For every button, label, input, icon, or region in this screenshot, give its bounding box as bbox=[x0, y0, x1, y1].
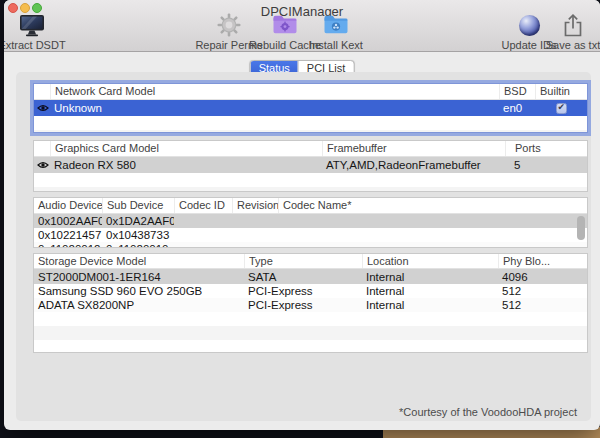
network-empty-row bbox=[34, 116, 587, 130]
location-cell: Internal bbox=[362, 299, 498, 311]
share-export-icon bbox=[562, 13, 584, 37]
network-empty-stripe bbox=[34, 130, 587, 133]
storage-model-cell: ST2000DM001-1ER164 bbox=[34, 271, 244, 283]
storage-row-2[interactable]: Samsung SSD 960 EVO 250GB PCI-Express In… bbox=[34, 284, 587, 298]
codec-id-header[interactable]: Codec ID bbox=[174, 198, 232, 213]
type-cell: SATA bbox=[244, 271, 362, 283]
install-kext-label: Install Kext bbox=[309, 39, 363, 51]
graphics-row-radeon[interactable]: Radeon RX 580 ATY,AMD,RadeonFramebuffer … bbox=[34, 157, 587, 173]
audio-row-1[interactable]: 0x1002AAF0 0x1DA2AAF0 bbox=[34, 214, 587, 228]
codec-name-header[interactable]: Codec Name* bbox=[278, 198, 587, 213]
sub-device-header[interactable]: Sub Device bbox=[102, 198, 174, 213]
eye-icon bbox=[34, 104, 50, 112]
storage-empty-row bbox=[34, 312, 587, 326]
window-chrome: DPCIManager Extract DSDT bbox=[4, 0, 600, 52]
folder-kext-icon bbox=[323, 13, 349, 37]
storage-model-header[interactable]: Storage Device Model bbox=[34, 254, 244, 268]
dpcimanager-window: DPCIManager Extract DSDT bbox=[4, 0, 600, 430]
graphics-table: Graphics Card Model Framebuffer Ports Ra… bbox=[33, 140, 588, 192]
revision-header[interactable]: Revision bbox=[232, 198, 278, 213]
display-icon bbox=[19, 13, 45, 37]
eye-column-header bbox=[34, 141, 50, 156]
graphics-ports-cell: 5 bbox=[505, 159, 587, 171]
network-model-header[interactable]: Network Card Model bbox=[50, 84, 499, 99]
storage-empty-row bbox=[34, 326, 587, 340]
builtin-checkbox[interactable] bbox=[556, 103, 567, 114]
audio-device-cell: 0x10221457 bbox=[34, 229, 102, 241]
save-as-txt-button[interactable]: Save as txt bbox=[528, 13, 600, 51]
extract-dsdt-label: Extract DSDT bbox=[4, 39, 66, 51]
storage-row-3[interactable]: ADATA SX8200NP PCI-Express Internal 512 bbox=[34, 298, 587, 312]
audio-row-2[interactable]: 0x10221457 0x10438733 bbox=[34, 228, 587, 242]
framebuffer-header[interactable]: Framebuffer bbox=[322, 141, 505, 156]
storage-model-cell: Samsung SSD 960 EVO 250GB bbox=[34, 285, 244, 297]
network-model-cell: Unknown bbox=[50, 102, 499, 114]
eye-icon bbox=[34, 161, 50, 169]
network-table: Network Card Model BSD Builtin Unknown e… bbox=[33, 83, 588, 133]
eye-column-header bbox=[34, 84, 50, 99]
audio-table-header: Audio Device Sub Device Codec ID Revisio… bbox=[34, 198, 587, 214]
type-cell: PCI-Express bbox=[244, 285, 362, 297]
storage-model-cell: ADATA SX8200NP bbox=[34, 299, 244, 311]
gear-icon bbox=[217, 13, 241, 37]
audio-device-cell: 0x11020012 bbox=[34, 243, 102, 248]
save-as-txt-label: Save as txt bbox=[546, 39, 600, 51]
network-builtin-cell bbox=[535, 103, 587, 114]
ports-header[interactable]: Ports bbox=[505, 141, 587, 156]
phy-block-header[interactable]: Phy Blo... bbox=[498, 254, 587, 268]
storage-table: Storage Device Model Type Location Phy B… bbox=[33, 253, 588, 353]
phy-block-cell: 512 bbox=[498, 299, 587, 311]
type-header[interactable]: Type bbox=[244, 254, 362, 268]
audio-row-3-clipped[interactable]: 0x11020012 0x11020010 bbox=[34, 242, 587, 248]
audio-scrollbar-thumb[interactable] bbox=[577, 216, 585, 240]
graphics-model-header[interactable]: Graphics Card Model bbox=[50, 141, 322, 156]
voodoohda-credit-note: *Courtesy of the VoodooHDA project bbox=[399, 406, 577, 418]
audio-device-cell: 0x1002AAF0 bbox=[34, 215, 102, 227]
location-cell: Internal bbox=[362, 271, 498, 283]
bsd-header[interactable]: BSD bbox=[499, 84, 535, 99]
audio-scrollbar bbox=[577, 216, 585, 246]
install-kext-button[interactable]: Install Kext bbox=[291, 13, 381, 51]
location-header[interactable]: Location bbox=[362, 254, 498, 268]
type-cell: PCI-Express bbox=[244, 299, 362, 311]
graphics-empty-stripe bbox=[34, 187, 587, 192]
network-row-unknown[interactable]: Unknown en0 bbox=[34, 100, 587, 116]
graphics-framebuffer-cell: ATY,AMD,RadeonFramebuffer bbox=[322, 159, 505, 171]
audio-device-header[interactable]: Audio Device bbox=[34, 198, 102, 213]
extract-dsdt-button[interactable]: Extract DSDT bbox=[4, 13, 77, 51]
storage-empty-row bbox=[34, 340, 587, 353]
graphics-table-header: Graphics Card Model Framebuffer Ports bbox=[34, 141, 587, 157]
graphics-empty-row bbox=[34, 173, 587, 187]
storage-table-header: Storage Device Model Type Location Phy B… bbox=[34, 254, 587, 269]
sub-device-cell: 0x1DA2AAF0 bbox=[102, 215, 174, 227]
builtin-header[interactable]: Builtin bbox=[535, 84, 587, 99]
storage-row-1[interactable]: ST2000DM001-1ER164 SATA Internal 4096 bbox=[34, 269, 587, 284]
location-cell: Internal bbox=[362, 285, 498, 297]
sub-device-cell: 0x11020010 bbox=[102, 243, 174, 248]
network-table-header: Network Card Model BSD Builtin bbox=[34, 84, 587, 100]
network-bsd-cell: en0 bbox=[499, 102, 535, 114]
audio-table: Audio Device Sub Device Codec ID Revisio… bbox=[33, 197, 588, 248]
phy-block-cell: 512 bbox=[498, 285, 587, 297]
sub-device-cell: 0x10438733 bbox=[102, 229, 174, 241]
phy-block-cell: 4096 bbox=[498, 271, 587, 283]
graphics-model-cell: Radeon RX 580 bbox=[50, 159, 322, 171]
